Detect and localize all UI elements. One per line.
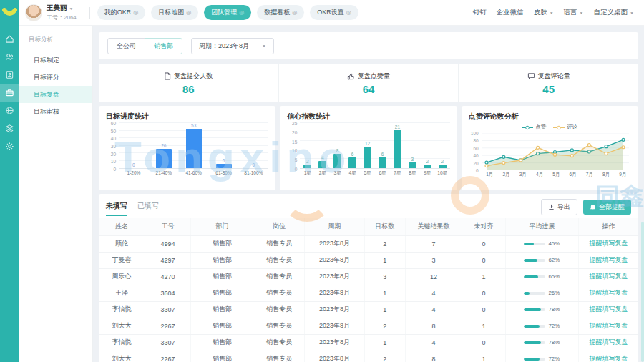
cell-period: 2023年8月	[305, 285, 364, 301]
cell-unaligned: 1	[462, 351, 506, 362]
sidebar-item-goal-audit[interactable]: 目标审核	[19, 103, 92, 120]
remind-fill-review-link[interactable]: 提醒填写复盘	[590, 355, 628, 362]
dingtalk-link[interactable]: 钉钉	[473, 8, 487, 17]
remind-fill-review-link[interactable]: 提醒填写复盘	[590, 338, 628, 346]
legend-点赞[interactable]: 点赞	[522, 124, 546, 131]
progress-bar	[524, 275, 545, 278]
sidebar-item-goal-setting[interactable]: 目标制定	[19, 52, 92, 69]
sidebar-item-goal-review[interactable]: 目标复盘	[19, 86, 92, 103]
topbar-right: 钉钉 企业微信 皮肤▼ 语言▼ 自定义桌面▼	[473, 8, 644, 17]
remind-fill-review-link[interactable]: 提醒填写复盘	[590, 256, 628, 263]
table-row: 顾伦 4994 销售部 销售专员 2023年8月 2 7 0 45% 提醒填写复…	[99, 235, 638, 252]
nav-goal-map[interactable]: 目标地图◎	[151, 5, 198, 20]
remind-fill-review-link[interactable]: 提醒填写复盘	[590, 240, 628, 247]
tab-not-filled[interactable]: 未填写	[106, 201, 127, 216]
bar-10星: 2	[435, 123, 450, 168]
rail-layers[interactable]	[0, 119, 19, 137]
rail-profile[interactable]	[0, 66, 19, 84]
cell-goals: 2	[364, 318, 405, 334]
chevron-down-icon: ▼	[69, 6, 74, 10]
bar-chart-goal-progress: 0102030405060 0 26 53 6 0 1-20%21-40%41-…	[106, 123, 268, 175]
cell-unaligned: 1	[462, 268, 506, 285]
remind-fill-review-link[interactable]: 提醒填写复盘	[590, 273, 628, 280]
cell-period: 2023年8月	[305, 235, 364, 252]
cell-unaligned: 0	[462, 301, 506, 318]
cell-position: 销售专员	[253, 252, 305, 268]
main-nav: 我的OKR◎ 目标地图◎ 团队管理◎ 数据看板◎ OKR设置◎	[97, 5, 358, 20]
bar-21-40%: 26	[149, 123, 179, 168]
rail-org[interactable]	[0, 48, 19, 66]
cell-id: 4270	[145, 268, 190, 285]
cell-dept: 销售部	[191, 285, 253, 301]
cell-progress: 72%	[505, 351, 578, 362]
remind-fill-review-link[interactable]: 提醒填写复盘	[590, 322, 628, 329]
rail-settings[interactable]	[0, 137, 19, 155]
remind-fill-review-link[interactable]: 提醒填写复盘	[590, 289, 628, 296]
cell-key-results: 12	[405, 268, 462, 285]
cell-period: 2023年8月	[305, 301, 364, 318]
cell-name: 刘大大	[99, 318, 145, 334]
column-header: 平均进展	[505, 218, 578, 235]
nav-my-okr[interactable]: 我的OKR◎	[97, 5, 146, 20]
cell-dept: 销售部	[191, 351, 253, 362]
period-select[interactable]: 周期：2023年8月 ▼	[191, 38, 274, 54]
legend-评论[interactable]: 评论	[553, 124, 577, 131]
target-icon: ◎	[239, 10, 244, 16]
scrollbar[interactable]	[641, 222, 644, 362]
bar-2星: 4	[315, 123, 330, 168]
cell-name: 刘大大	[99, 351, 145, 362]
chart-goal-progress: 目标进度统计 0102030405060 0 26 53 6 0 1-20%21…	[99, 106, 275, 190]
custom-desktop-menu[interactable]: 自定义桌面▼	[594, 8, 634, 17]
bar-9星: 2	[420, 123, 435, 168]
review-table: 姓名工号部门岗位周期目标数关键结果数未对齐平均进展操作 顾伦 4994 销售部 …	[99, 218, 638, 362]
bar-1-20%: 0	[119, 123, 149, 168]
remind-all-button[interactable]: 全部提醒	[583, 200, 631, 215]
cell-dept: 销售部	[191, 301, 253, 318]
stat-review-likes: 复盘点赞量 64	[278, 64, 459, 102]
table-row: 李怡悦 3307 销售部 销售专员 2023年8月 1 4 0 78% 提醒填写…	[99, 301, 638, 318]
progress-bar	[524, 259, 545, 262]
scope-all-company[interactable]: 全公司	[107, 38, 145, 54]
scope-sales-dept[interactable]: 销售部	[145, 38, 182, 54]
cell-key-results: 4	[405, 285, 462, 301]
divider	[89, 7, 90, 19]
table-row: 丁曼容 4297 销售部 销售专员 2023年8月 1 3 0 62% 提醒填写…	[99, 252, 638, 268]
nav-okr-settings[interactable]: OKR设置◎	[310, 5, 358, 20]
bell-icon	[590, 204, 596, 211]
export-button[interactable]: 导出	[541, 199, 577, 215]
language-menu[interactable]: 语言▼	[564, 8, 584, 17]
nav-team-manage[interactable]: 团队管理◎	[204, 5, 251, 20]
users-icon	[5, 52, 14, 62]
nav-data-board[interactable]: 数据看板◎	[257, 5, 304, 20]
sidebar-item-goal-scoring[interactable]: 目标评分	[19, 69, 92, 86]
remind-fill-review-link[interactable]: 提醒填写复盘	[590, 305, 628, 313]
column-header: 周期	[305, 218, 364, 235]
stat-value: 45	[542, 83, 555, 95]
rail-home[interactable]	[0, 30, 19, 48]
cell-position: 销售专员	[253, 318, 305, 334]
bar-5星: 12	[360, 123, 375, 168]
chart-confidence-index: 信心指数统计 0510152025 2 4 8 6 12 6 21 3 2 2 …	[280, 106, 457, 190]
cell-unaligned: 1	[462, 318, 506, 334]
table-row: 刘大大 2267 销售部 销售专员 2023年8月 2 8 1 72% 提醒填写…	[99, 318, 638, 334]
icon-rail	[0, 26, 19, 362]
cell-name: 丁曼容	[99, 252, 145, 268]
cell-name: 顾伦	[99, 235, 145, 252]
skin-menu[interactable]: 皮肤▼	[534, 8, 554, 17]
chevron-down-icon: ▼	[630, 11, 634, 14]
cell-period: 2023年8月	[305, 334, 364, 351]
cell-goals: 1	[364, 301, 405, 318]
bar-7星: 21	[390, 123, 405, 168]
user-profile[interactable]: 王美丽▼ 工号：2064	[19, 4, 82, 21]
app-logo[interactable]	[0, 0, 19, 26]
briefcase-icon	[5, 88, 14, 97]
rail-briefcase[interactable]	[0, 84, 19, 102]
cell-goals: 3	[364, 268, 405, 285]
tab-filled[interactable]: 已填写	[137, 201, 159, 216]
column-header: 岗位	[253, 218, 305, 235]
cell-id: 4297	[145, 252, 190, 268]
download-icon	[548, 204, 555, 210]
rail-globe[interactable]	[0, 102, 19, 119]
stats-summary: 复盘提交人数 86 复盘点赞量 64 复盘评论量 45	[99, 64, 638, 102]
wecom-link[interactable]: 企业微信	[497, 8, 524, 17]
